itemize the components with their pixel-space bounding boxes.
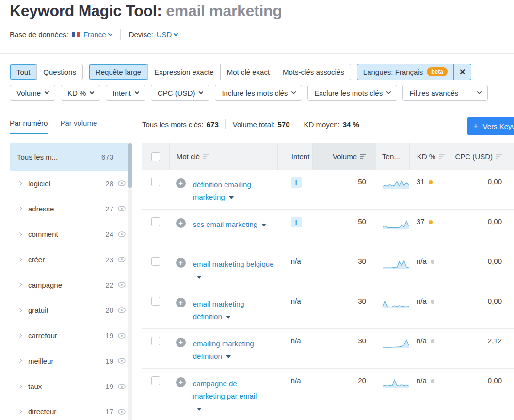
column-header-intent[interactable]: Intent <box>277 143 312 170</box>
keyword-text: définition emailing marketing <box>193 180 251 201</box>
kd-cell: n/a <box>409 289 451 328</box>
add-keyword-icon[interactable]: + <box>176 218 186 228</box>
sidebar-item-creer[interactable]: créer23 <box>10 247 132 272</box>
tab-par-volume[interactable]: Par volume <box>60 119 97 134</box>
chevron-down-icon <box>108 32 112 36</box>
eye-icon[interactable] <box>115 409 128 415</box>
to-keyword-manager-button[interactable]: +Vers Keyw <box>467 117 514 135</box>
chevron-right-icon[interactable] <box>18 207 22 210</box>
keyword-dropdown-icon[interactable] <box>197 276 202 279</box>
tab-questions[interactable]: Questions <box>36 64 82 80</box>
column-header-volume[interactable]: Volume <box>312 143 376 170</box>
eye-icon[interactable] <box>115 384 128 389</box>
sidebar-item-gratuit[interactable]: gratuit20 <box>10 297 132 323</box>
sidebar-scrollbar[interactable] <box>128 143 132 420</box>
tab-expression-exacte[interactable]: Expression exacte <box>147 64 220 80</box>
chevron-right-icon[interactable] <box>18 181 22 185</box>
keyword-link[interactable]: campagne de marketing par email <box>193 377 261 415</box>
trend-cell <box>376 249 409 289</box>
chevron-right-icon[interactable] <box>18 258 22 261</box>
add-keyword-icon[interactable]: + <box>176 258 186 268</box>
volume-filter-dropdown[interactable]: Volume <box>10 85 55 101</box>
tab-par-numero[interactable]: Par numéro <box>10 119 48 134</box>
sidebar-item-meilleur[interactable]: meilleur19 <box>10 348 132 373</box>
sidebar-item-taux[interactable]: taux19 <box>10 373 132 399</box>
select-all-checkbox[interactable] <box>151 152 160 161</box>
database-value: France <box>83 31 106 39</box>
advanced-filters-dropdown[interactable]: Filtres avancés <box>402 85 488 101</box>
sort-icon[interactable] <box>360 154 366 159</box>
chevron-right-icon[interactable] <box>18 308 22 312</box>
keyword-dropdown-icon[interactable] <box>197 408 202 411</box>
chevron-right-icon[interactable] <box>18 283 22 287</box>
stat-value: 673 <box>207 120 219 129</box>
chevron-right-icon[interactable] <box>18 334 22 338</box>
add-keyword-icon[interactable]: + <box>176 377 186 387</box>
row-checkbox[interactable] <box>151 297 160 306</box>
add-keyword-icon[interactable]: + <box>176 178 186 188</box>
keyword-dropdown-icon[interactable] <box>229 196 234 199</box>
intent-cell: n/a <box>277 289 312 328</box>
sidebar-item-carrefour[interactable]: carrefour19 <box>10 323 132 348</box>
keyword-link[interactable]: emailing marketing définition <box>193 338 274 363</box>
include-keywords-dropdown[interactable]: Inclure les mots clés <box>215 85 302 101</box>
sort-icon[interactable] <box>439 154 445 159</box>
row-checkbox[interactable] <box>151 178 160 186</box>
keyword-dropdown-icon[interactable] <box>226 316 231 319</box>
eye-icon[interactable] <box>115 307 128 313</box>
language-filter-close-icon[interactable]: ✕ <box>453 64 471 80</box>
keyword-dropdown-icon[interactable] <box>226 355 231 358</box>
eye-icon[interactable] <box>115 333 128 339</box>
eye-icon[interactable] <box>115 282 128 288</box>
currency-selector[interactable]: USD <box>157 31 178 39</box>
database-selector[interactable]: France <box>83 31 112 39</box>
intent-filter-dropdown[interactable]: Intent <box>106 85 145 101</box>
eye-icon[interactable] <box>115 206 128 211</box>
add-keyword-icon[interactable]: + <box>176 298 186 307</box>
tab-requete-large[interactable]: Requête large <box>89 64 147 80</box>
sidebar-item-comment[interactable]: comment24 <box>10 222 132 247</box>
eye-icon[interactable] <box>115 358 128 364</box>
cpc-filter-dropdown[interactable]: CPC (USD) <box>151 85 210 101</box>
chevron-right-icon[interactable] <box>18 410 22 414</box>
sidebar-item-all-keywords[interactable]: Tous les m... 673 <box>10 143 132 171</box>
sort-tabs: Par numéro Par volume <box>10 119 97 134</box>
eye-icon[interactable] <box>115 257 128 262</box>
keyword-link[interactable]: définition emailing marketing <box>193 178 274 204</box>
add-keyword-icon[interactable]: + <box>176 338 186 347</box>
tab-mot-cle-exact[interactable]: Mot clé exact <box>220 64 276 80</box>
column-header-keyword[interactable]: Mot clé <box>169 143 277 170</box>
eye-icon[interactable] <box>115 180 128 186</box>
column-header-cpc[interactable]: CPC (USD) <box>451 143 514 170</box>
sidebar-item-campagne[interactable]: campagne22 <box>10 272 132 297</box>
keyword-link[interactable]: email marketing belgique <box>193 258 274 283</box>
chevron-right-icon[interactable] <box>18 359 22 363</box>
sidebar-item-directeur[interactable]: directeur17 <box>10 399 132 420</box>
tab-mots-cles-associes[interactable]: Mots-clés associés <box>276 64 351 80</box>
sidebar-item-adresse[interactable]: adresse27 <box>10 196 132 221</box>
sort-icon[interactable] <box>496 154 502 159</box>
keyword-dropdown-icon[interactable] <box>261 224 266 226</box>
keyword-link[interactable]: ses email marketing <box>193 218 266 231</box>
column-header-trend[interactable]: Ten... <box>376 143 409 170</box>
group-label: carrefour <box>28 331 97 339</box>
tab-tout[interactable]: Tout <box>10 64 36 80</box>
row-checkbox[interactable] <box>151 257 160 266</box>
cta-label: Vers Keyw <box>483 122 514 130</box>
column-header-kd[interactable]: KD % <box>409 143 451 170</box>
kd-filter-dropdown[interactable]: KD % <box>61 85 100 101</box>
sort-icon[interactable] <box>203 154 209 159</box>
language-filter-button[interactable]: Langues: Français beta <box>357 67 453 76</box>
sidebar-item-logiciel[interactable]: logiciel28 <box>10 171 132 196</box>
row-checkbox[interactable] <box>151 217 160 226</box>
chevron-right-icon[interactable] <box>18 384 22 388</box>
group-count: 27 <box>97 205 113 213</box>
scrollbar-thumb[interactable] <box>128 143 132 188</box>
page-title: Keyword Magic Tool: email marketing <box>10 2 282 20</box>
row-checkbox[interactable] <box>151 337 160 345</box>
eye-icon[interactable] <box>115 231 128 237</box>
row-checkbox[interactable] <box>151 376 160 385</box>
chevron-right-icon[interactable] <box>18 232 22 236</box>
exclude-keywords-dropdown[interactable]: Exclure les mots clés <box>307 85 397 101</box>
keyword-link[interactable]: email marketing définition <box>193 298 274 323</box>
